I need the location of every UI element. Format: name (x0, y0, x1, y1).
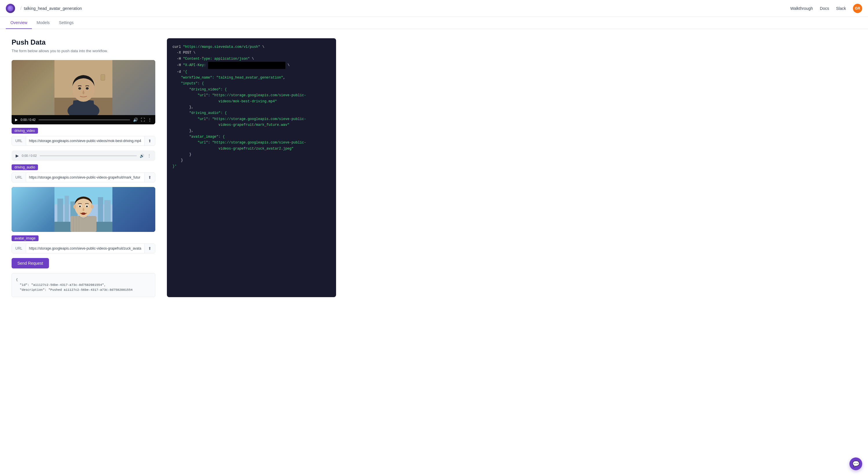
app-header: / talking_head_avatar_generation Walkthr… (0, 0, 868, 17)
video-controls: ▶ 0:00 / 0:42 🔊 ⛶ ⋮ (11, 115, 155, 124)
video-time: 0:00 / 0:42 (21, 118, 36, 121)
slack-link[interactable]: Slack (836, 6, 846, 11)
left-panel: Push Data The form below allows you to p… (11, 38, 155, 297)
code-line-8: "driving_video": { (173, 87, 330, 92)
response-text: { "id": "a11127c2-56be-4317-a73c-8d75820… (16, 278, 133, 292)
avatar-image-section: avatar_image URL https://storage.googlea… (11, 235, 155, 254)
avatar-image-badge: avatar_image (11, 235, 38, 241)
svg-point-7 (86, 87, 89, 90)
url-label-driving-audio: URL (12, 173, 26, 182)
svg-rect-2 (101, 75, 105, 80)
header-nav: Walkthrough Docs Slack GR (790, 4, 862, 13)
svg-rect-14 (104, 200, 111, 222)
code-line-17: } (173, 157, 330, 163)
more-button[interactable]: ⋮ (148, 117, 152, 122)
code-panel: curl "https://mango.sievedata.com/v1/pus… (167, 38, 336, 297)
tab-navigation: Overview Models Settings (0, 17, 868, 29)
code-line-12: "url": "https://storage.googleapis.com/s… (173, 116, 330, 122)
url-label-driving-video: URL (12, 137, 26, 145)
project-name: talking_head_avatar_generation (24, 6, 82, 11)
code-line-4: -H "X-API-Key: \ (173, 62, 330, 69)
send-request-button[interactable]: Send Request (11, 258, 49, 268)
svg-point-27 (86, 206, 88, 207)
audio-time: 0:00 / 0:02 (22, 154, 37, 157)
driving-video-badge: driving_video (11, 128, 38, 133)
page-title: Push Data (11, 38, 155, 47)
api-key-redacted (208, 62, 285, 69)
avatar-image-frame (11, 187, 155, 232)
url-value-driving-audio[interactable]: https://storage.googleapis.com/sieve-pub… (26, 173, 144, 182)
response-preview: { "id": "a11127c2-56be-4317-a73c-8d75820… (11, 273, 155, 297)
avatar-image-preview (11, 187, 155, 232)
copy-avatar-url[interactable]: ⬆ (144, 244, 155, 253)
fullscreen-button[interactable]: ⛶ (141, 117, 145, 122)
svg-rect-10 (57, 199, 63, 222)
code-line-16: } (173, 152, 330, 157)
user-avatar[interactable]: GR (853, 4, 862, 13)
code-line-18: }' (173, 163, 330, 169)
code-line-9b: videos/mok-best-driving.mp4" (173, 98, 330, 105)
svg-point-28 (81, 212, 86, 215)
svg-point-23 (91, 205, 94, 209)
code-line-1: curl "https://mango.sievedata.com/v1/pus… (173, 44, 330, 50)
code-line-3: -H "Content-Type: application/json" \ (173, 56, 330, 62)
code-line-9: "url": "https://storage.googleapis.com/s… (173, 92, 330, 98)
audio-play-button[interactable]: ▶ (16, 153, 19, 158)
driving-audio-badge: driving_audio (11, 165, 38, 170)
code-line-11: "driving_audio": { (173, 110, 330, 116)
docs-link[interactable]: Docs (820, 6, 829, 11)
tab-overview[interactable]: Overview (6, 17, 32, 29)
code-line-5: -d '{ (173, 69, 330, 75)
video-preview: ▶ 0:00 / 0:42 🔊 ⛶ ⋮ (11, 60, 155, 124)
code-line-10: }, (173, 105, 330, 110)
tab-models[interactable]: Models (32, 17, 54, 29)
audio-volume-button[interactable]: 🔊 (140, 154, 144, 158)
url-value-driving-video[interactable]: https://storage.googleapis.com/sieve-pub… (26, 137, 144, 145)
logo[interactable] (6, 4, 15, 13)
url-value-avatar[interactable]: https://storage.googleapis.com/sieve-pub… (26, 244, 144, 253)
avatar-image-content (55, 187, 113, 232)
url-label-avatar: URL (12, 244, 26, 253)
code-line-14: "avatar_image": { (173, 134, 330, 140)
driving-audio-section: driving_audio URL https://storage.google… (11, 165, 155, 232)
svg-point-26 (79, 206, 81, 207)
code-line-15: "url": "https://storage.googleapis.com/s… (173, 140, 330, 146)
code-line-6: "workflow_name": "talking_head_avatar_ge… (173, 75, 330, 81)
avatar-image-url-row: URL https://storage.googleapis.com/sieve… (11, 243, 155, 254)
code-line-15b: videos-grapefruit/zuck_avatar2.jpeg" (173, 146, 330, 152)
svg-point-22 (73, 205, 76, 209)
main-content: Push Data The form below allows you to p… (0, 29, 348, 306)
svg-rect-13 (98, 197, 103, 222)
svg-point-6 (78, 87, 81, 90)
driving-audio-url-row: URL https://storage.googleapis.com/sieve… (11, 173, 155, 182)
code-line-12b: videos-grapefruit/mark_future.wav" (173, 122, 330, 128)
code-line-2: -X POST \ (173, 50, 330, 56)
audio-more-button[interactable]: ⋮ (147, 153, 151, 158)
tab-settings[interactable]: Settings (55, 17, 79, 29)
video-progress-bar[interactable] (38, 119, 130, 120)
logo-inner (7, 5, 13, 11)
copy-driving-audio-url[interactable]: ⬆ (144, 173, 155, 182)
copy-driving-video-url[interactable]: ⬆ (144, 136, 155, 146)
breadcrumb-divider: / (20, 6, 22, 11)
video-frame (11, 60, 155, 115)
volume-button[interactable]: 🔊 (133, 117, 138, 122)
driving-video-url-row: URL https://storage.googleapis.com/sieve… (11, 136, 155, 146)
video-content (55, 60, 113, 115)
audio-progress-bar[interactable] (40, 155, 137, 156)
page-subtitle: The form below allows you to push data i… (11, 49, 155, 53)
audio-player: ▶ 0:00 / 0:02 🔊 ⋮ (11, 150, 155, 161)
code-line-7: "inputs": { (173, 81, 330, 86)
driving-video-section: ▶ 0:00 / 0:42 🔊 ⛶ ⋮ driving_video URL ht… (11, 60, 155, 161)
play-button[interactable]: ▶ (15, 118, 18, 122)
svg-rect-11 (65, 196, 69, 222)
code-line-13: }, (173, 128, 330, 133)
walkthrough-link[interactable]: Walkthrough (790, 6, 813, 11)
